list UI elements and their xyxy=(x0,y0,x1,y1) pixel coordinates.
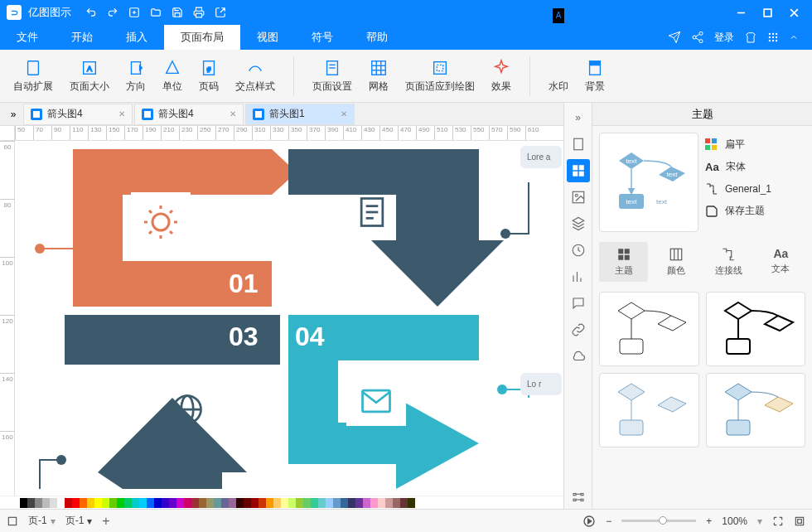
diagram-arrows[interactable] xyxy=(15,141,545,489)
close-tab-icon[interactable]: ✕ xyxy=(341,109,347,118)
status-fit-button[interactable] xyxy=(772,515,784,527)
close-tab-icon[interactable]: ✕ xyxy=(230,109,236,118)
ribbon-autoexpand[interactable]: 自动扩展 xyxy=(7,56,60,95)
tshirt-icon[interactable] xyxy=(744,31,757,44)
menu-layout[interactable]: 页面布局 xyxy=(164,25,240,50)
color-swatch[interactable] xyxy=(50,498,57,508)
color-swatch[interactable] xyxy=(229,498,236,508)
dock-layers-icon[interactable] xyxy=(567,212,590,235)
close-tab-icon[interactable]: ✕ xyxy=(118,109,125,118)
maximize-button[interactable] xyxy=(756,1,779,24)
lightbulb-tile[interactable] xyxy=(131,192,191,252)
ribbon-pagesize[interactable]: A 页面大小 xyxy=(63,56,116,95)
undo-button[interactable] xyxy=(81,2,101,22)
dock-link-icon[interactable] xyxy=(567,318,590,341)
color-swatch[interactable] xyxy=(184,498,191,508)
theme-thumbnail[interactable] xyxy=(599,373,699,447)
color-swatch[interactable] xyxy=(296,498,303,508)
color-swatch[interactable] xyxy=(154,498,162,508)
color-swatch[interactable] xyxy=(355,498,363,508)
color-swatch[interactable] xyxy=(326,498,333,508)
close-button[interactable] xyxy=(782,1,805,24)
collapse-ribbon-button[interactable] xyxy=(789,32,799,42)
dock-theme-icon[interactable] xyxy=(567,159,590,182)
status-page-dropdown[interactable]: 页-1 ▾ xyxy=(65,514,93,528)
export-button[interactable] xyxy=(210,2,230,22)
color-swatch[interactable] xyxy=(147,498,154,508)
theme-save-row[interactable]: 保存主题 xyxy=(705,204,805,218)
theme-thumbnail[interactable] xyxy=(706,373,806,447)
color-swatch[interactable] xyxy=(236,498,244,508)
status-outline-button[interactable] xyxy=(7,515,18,527)
color-swatch[interactable] xyxy=(162,498,169,508)
theme-tab-color[interactable]: 颜色 xyxy=(651,242,700,282)
minimize-button[interactable] xyxy=(729,1,752,24)
status-add-page[interactable]: + xyxy=(102,514,109,529)
save-button[interactable] xyxy=(167,2,187,22)
mail-tile[interactable] xyxy=(346,376,406,426)
color-swatch[interactable] xyxy=(259,498,266,508)
ribbon-effects[interactable]: 效果 xyxy=(485,56,518,95)
theme-thumbnail[interactable] xyxy=(706,292,806,366)
color-swatch[interactable] xyxy=(221,498,229,508)
color-swatch[interactable] xyxy=(400,498,408,508)
color-swatch[interactable] xyxy=(408,498,415,508)
color-swatch[interactable] xyxy=(288,498,296,508)
menu-insert[interactable]: 插入 xyxy=(109,25,164,50)
open-button[interactable] xyxy=(146,2,166,22)
ribbon-background[interactable]: 背景 xyxy=(578,56,611,95)
lorem-box[interactable]: Lore a xyxy=(520,146,562,168)
menu-start[interactable]: 开始 xyxy=(55,25,109,50)
color-swatch[interactable] xyxy=(132,498,139,508)
send-icon[interactable] xyxy=(668,31,681,44)
color-swatch[interactable] xyxy=(169,498,176,508)
new-button[interactable] xyxy=(124,2,144,22)
color-swatch[interactable] xyxy=(87,498,94,508)
color-swatch[interactable] xyxy=(27,498,35,508)
ribbon-direction[interactable]: 方向 xyxy=(119,56,152,95)
canvas[interactable]: 01 02 03 04 Lore a Lo r xyxy=(15,141,563,496)
document-tab[interactable]: 箭头图1 ✕ xyxy=(245,104,355,125)
globe-tile[interactable] xyxy=(162,384,212,434)
status-play-button[interactable] xyxy=(582,515,596,528)
color-swatch[interactable] xyxy=(303,498,311,508)
color-swatch[interactable] xyxy=(244,498,251,508)
menu-file[interactable]: 文件 xyxy=(0,25,55,50)
zoom-slider[interactable] xyxy=(621,520,696,522)
color-swatch[interactable] xyxy=(281,498,288,508)
zoom-in-button[interactable]: + xyxy=(706,515,712,527)
ribbon-watermark[interactable]: 2222" height="22" viewBox="0 0 24 24" fi… xyxy=(542,56,575,95)
color-swatch[interactable] xyxy=(385,498,393,508)
dock-cloud-icon[interactable] xyxy=(567,345,590,368)
dock-chart-icon[interactable] xyxy=(567,265,590,288)
color-swatch[interactable] xyxy=(393,498,400,508)
redo-button[interactable] xyxy=(103,2,123,22)
color-swatch[interactable] xyxy=(273,498,281,508)
ribbon-unit[interactable]: 单位 xyxy=(156,56,189,95)
share-icon[interactable] xyxy=(691,31,704,44)
color-swatch[interactable] xyxy=(318,498,326,508)
menu-symbol[interactable]: 符号 xyxy=(295,25,350,50)
theme-tab-text[interactable]: Aa 文本 xyxy=(756,242,805,282)
color-swatch[interactable] xyxy=(57,498,65,508)
dock-page-icon[interactable] xyxy=(567,133,590,156)
theme-style-row[interactable]: 扁平 xyxy=(705,138,805,152)
ribbon-grid[interactable]: 网格 xyxy=(362,56,395,95)
dock-image-icon[interactable] xyxy=(567,186,590,209)
color-swatch[interactable] xyxy=(35,498,42,508)
document-tab[interactable]: 箭头图4 ✕ xyxy=(134,104,244,125)
color-swatch[interactable] xyxy=(348,498,355,508)
color-swatches[interactable] xyxy=(0,496,563,509)
color-swatch[interactable] xyxy=(65,498,72,508)
color-swatch[interactable] xyxy=(139,498,147,508)
color-swatch[interactable] xyxy=(109,498,117,508)
print-button[interactable] xyxy=(189,2,209,22)
theme-thumbnail[interactable] xyxy=(599,292,699,366)
document-tile[interactable] xyxy=(346,186,398,238)
zoom-out-button[interactable]: − xyxy=(606,515,611,527)
dock-comment-icon[interactable] xyxy=(567,292,590,315)
document-tab[interactable]: 箭头图4 ✕ xyxy=(23,104,133,125)
color-swatch[interactable] xyxy=(378,498,385,508)
ribbon-pagesetup[interactable]: 页面设置 xyxy=(306,56,359,95)
color-swatch[interactable] xyxy=(206,498,214,508)
